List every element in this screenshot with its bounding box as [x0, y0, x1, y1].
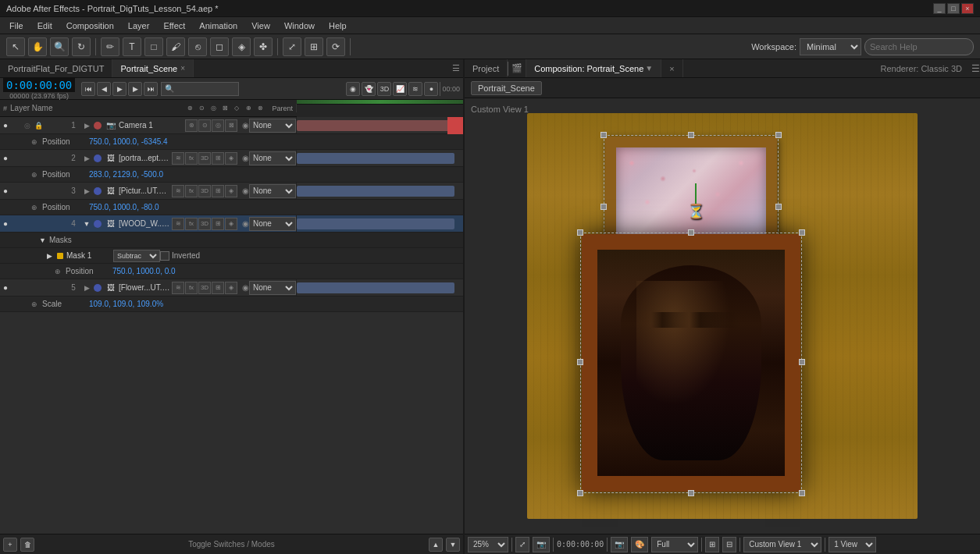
pen-tool[interactable]: ✏ — [101, 37, 119, 56]
fit-btn[interactable]: ⤢ — [515, 537, 529, 552]
layer-3-visibility[interactable]: ● — [0, 183, 11, 199]
mask-expand-icon[interactable]: ▶ — [47, 252, 52, 260]
layer-2-visibility[interactable]: ● — [0, 150, 11, 166]
layer-1-solo[interactable]: ◎ — [22, 117, 33, 133]
position-value-3[interactable]: 750.0, 1000.0, -80.0 — [89, 203, 159, 211]
add-layer-btn[interactable]: + — [3, 538, 17, 552]
p-handle-mr[interactable] — [799, 359, 805, 365]
tab-close-comp[interactable]: × — [661, 59, 682, 77]
layer-2-expand[interactable]: ▶ — [81, 154, 92, 162]
layer-1-parent-select[interactable]: None — [249, 119, 296, 133]
layer-5-visibility[interactable]: ● — [0, 279, 11, 296]
graph-editor-btn[interactable]: 📈 — [393, 82, 407, 96]
layer-2-switch-fx[interactable]: fx — [185, 152, 198, 165]
tab-project[interactable]: Project — [465, 59, 508, 77]
layer-4-switch-fx[interactable]: fx — [185, 218, 198, 230]
menu-window[interactable]: Window — [278, 20, 321, 32]
brush-tool[interactable]: 🖌 — [166, 37, 185, 56]
quality-select[interactable]: Full Half Third Quarter — [651, 537, 698, 552]
mask-inverted-checkbox[interactable] — [160, 251, 169, 261]
next-frame-btn[interactable]: ▶ — [128, 82, 142, 96]
layer-1-switch-4[interactable]: ⊠ — [225, 119, 237, 132]
layer-2-solo[interactable] — [22, 150, 33, 166]
layer-5-parent-select[interactable]: None — [249, 281, 296, 295]
timeline-content[interactable]: ● ◎ 🔒 1 ▶ 📷 Camera 1 ⊛ ⊙ ◎ ⊠ — [0, 117, 463, 534]
comp-dropdown-icon[interactable]: ▼ — [645, 64, 653, 73]
layer-1-switch-3[interactable]: ◎ — [212, 119, 224, 132]
position-value-1[interactable]: 750.0, 1000.0, -6345.4 — [89, 137, 168, 146]
masks-expand[interactable]: ▼ — [39, 236, 46, 244]
layer-5-switch-blend[interactable]: ⊞ — [212, 282, 224, 294]
panel-options-icon[interactable]: ☰ — [971, 63, 980, 74]
position-value-2[interactable]: 283.0, 2129.0, -500.0 — [89, 170, 163, 179]
move-tool[interactable]: ⤢ — [283, 37, 301, 56]
grid-btn[interactable]: ⊟ — [722, 537, 736, 552]
layer-2-switch-blend[interactable]: ⊞ — [212, 152, 224, 165]
layer-1-visibility[interactable]: ● — [0, 117, 11, 133]
mask-mode-select[interactable]: Subtrac Add Subtract Intersect None — [113, 250, 160, 262]
safe-zones-btn[interactable]: ⊞ — [705, 537, 719, 552]
view-mode-select[interactable]: 1 View 2 Views 4 Views — [829, 537, 876, 552]
layer-row-3[interactable]: ● 3 ▶ 🖼 [Pictur...UT.psd] ≋ fx 3D — [0, 183, 463, 200]
layer-row-4[interactable]: ● 4 ▼ 🖼 [WOOD_W....jpg] ≋ fx 3D ⊞ — [0, 215, 463, 233]
orbit-tool[interactable]: ⟳ — [326, 37, 345, 56]
layer-5-expand[interactable]: ▶ — [81, 284, 92, 292]
layer-3-parent-select[interactable]: None — [249, 184, 296, 198]
layer-4-expand[interactable]: ▼ — [81, 220, 92, 228]
menu-layer[interactable]: Layer — [122, 20, 156, 32]
timecode-display[interactable]: 0:00:00:00 — [3, 78, 75, 92]
search-input[interactable] — [864, 38, 974, 55]
layer-1-expand[interactable]: ▶ — [81, 122, 92, 130]
menu-help[interactable]: Help — [323, 20, 353, 32]
delete-layer-btn[interactable]: 🗑 — [20, 538, 34, 552]
layer-3-collapse[interactable] — [44, 183, 55, 199]
render-btn[interactable]: ● — [424, 82, 438, 96]
layer-3-switch-fx[interactable]: fx — [185, 185, 198, 197]
layer-4-switch-5[interactable]: ◈ — [225, 218, 237, 230]
text-tool[interactable]: T — [123, 37, 141, 56]
layer-2-switch-3d[interactable]: 3D — [198, 152, 211, 165]
layer-row-1[interactable]: ● ◎ 🔒 1 ▶ 📷 Camera 1 ⊛ ⊙ ◎ ⊠ — [0, 117, 463, 134]
prop-icon-5[interactable]: ⊕ — [31, 300, 42, 308]
layer-2-parent-select[interactable]: None — [249, 151, 296, 165]
prop-icon-1[interactable]: ⊕ — [31, 138, 42, 146]
expand-all-btn[interactable]: ▲ — [429, 538, 443, 552]
menu-edit[interactable]: Edit — [31, 20, 59, 32]
menu-effect[interactable]: Effect — [157, 20, 191, 32]
eraser-tool[interactable]: ◻ — [210, 37, 229, 56]
collapse-all-btn[interactable]: ▼ — [446, 538, 460, 552]
panel-menu-icon[interactable]: ☰ — [452, 63, 463, 73]
p-handle-tm[interactable] — [688, 229, 694, 236]
prop-icon-3[interactable]: ⊕ — [31, 204, 42, 211]
layer-3-switch-blend[interactable]: ⊞ — [212, 185, 224, 197]
menu-animation[interactable]: Animation — [193, 20, 244, 32]
layer-3-switch-1[interactable]: ≋ — [172, 185, 184, 197]
clone-tool[interactable]: ⎋ — [188, 37, 207, 56]
p-handle-tl[interactable] — [577, 229, 583, 236]
zoom-select[interactable]: 25% 50% 100% 200% — [468, 537, 508, 552]
minimize-button[interactable]: _ — [933, 3, 946, 14]
layer-4-parent-select[interactable]: None — [249, 217, 296, 231]
layer-3-solo[interactable] — [22, 183, 33, 199]
scale-value-5[interactable]: 109.0, 109.0, 109.0% — [89, 300, 163, 308]
view-select[interactable]: Custom View 1 Active Camera Top Front — [743, 537, 821, 552]
next-keyframe-btn[interactable]: ⏭ — [144, 82, 158, 96]
layer-5-switch-1[interactable]: ≋ — [172, 282, 184, 294]
tab-portrait-flat[interactable]: PortraitFlat_For_DIGTUT — [0, 59, 112, 77]
prev-keyframe-btn[interactable]: ⏮ — [81, 82, 95, 96]
motion-blur-btn[interactable]: ≋ — [408, 82, 422, 96]
layer-3-expand[interactable]: ▶ — [81, 187, 92, 195]
selection-tool[interactable]: ↖ — [6, 37, 25, 56]
rotate-tool[interactable]: ↻ — [72, 37, 91, 56]
layer-2-switch-5[interactable]: ◈ — [225, 152, 237, 165]
color-btn[interactable]: 🎨 — [631, 537, 648, 552]
roto-tool[interactable]: ◈ — [232, 37, 251, 56]
prev-frame-btn[interactable]: ◀ — [97, 82, 111, 96]
enable-3d-btn[interactable]: 3D — [377, 82, 391, 96]
layer-row-5[interactable]: ● 5 ▶ 🖼 [Flower...UT.psd] ≋ fx 3D — [0, 279, 463, 297]
menu-composition[interactable]: Composition — [60, 20, 120, 32]
layer-3-switch-3d[interactable]: 3D — [198, 185, 211, 197]
hand-tool[interactable]: ✋ — [28, 37, 47, 56]
layer-4-visibility[interactable]: ● — [0, 215, 11, 232]
menu-view[interactable]: View — [245, 20, 276, 32]
